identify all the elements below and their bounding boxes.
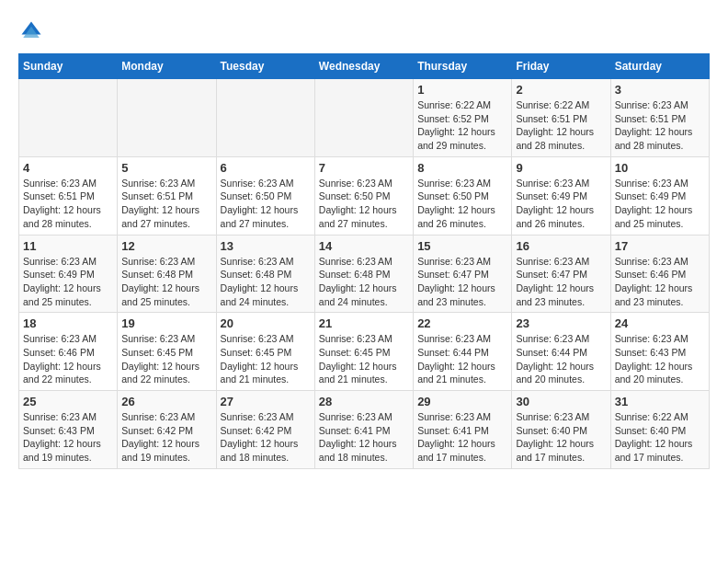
weekday-header-wednesday: Wednesday: [314, 54, 413, 79]
calendar-table: SundayMondayTuesdayWednesdayThursdayFrid…: [18, 53, 710, 469]
calendar-cell: 31Sunrise: 6:22 AM Sunset: 6:40 PM Dayli…: [610, 391, 709, 469]
calendar-cell: 26Sunrise: 6:23 AM Sunset: 6:42 PM Dayli…: [118, 391, 216, 469]
day-number: 21: [319, 316, 409, 330]
calendar-cell: 12Sunrise: 6:23 AM Sunset: 6:48 PM Dayli…: [118, 235, 216, 313]
day-number: 1: [417, 83, 507, 97]
weekday-header-thursday: Thursday: [414, 54, 512, 79]
calendar-cell: 22Sunrise: 6:23 AM Sunset: 6:44 PM Dayli…: [414, 313, 512, 391]
day-number: 8: [417, 161, 507, 175]
calendar-cell: [314, 79, 413, 157]
calendar-week-row: 18Sunrise: 6:23 AM Sunset: 6:46 PM Dayli…: [19, 313, 710, 391]
day-number: 24: [615, 316, 705, 330]
day-number: 11: [23, 239, 113, 253]
calendar-cell: 27Sunrise: 6:23 AM Sunset: 6:42 PM Dayli…: [216, 391, 314, 469]
calendar-week-row: 25Sunrise: 6:23 AM Sunset: 6:43 PM Dayli…: [19, 391, 710, 469]
day-number: 28: [319, 395, 409, 408]
day-number: 9: [516, 161, 606, 175]
day-detail: Sunrise: 6:23 AM Sunset: 6:46 PM Dayligh…: [23, 332, 113, 386]
calendar-cell: 15Sunrise: 6:23 AM Sunset: 6:47 PM Dayli…: [414, 235, 512, 313]
calendar-cell: 5Sunrise: 6:23 AM Sunset: 6:51 PM Daylig…: [118, 156, 216, 235]
day-number: 30: [516, 395, 606, 408]
day-number: 13: [221, 239, 311, 253]
logo-icon: [18, 18, 44, 44]
day-number: 20: [221, 316, 311, 330]
weekday-header-row: SundayMondayTuesdayWednesdayThursdayFrid…: [19, 54, 710, 79]
day-detail: Sunrise: 6:23 AM Sunset: 6:48 PM Dayligh…: [319, 255, 409, 309]
calendar-cell: 2Sunrise: 6:22 AM Sunset: 6:51 PM Daylig…: [512, 79, 610, 157]
day-detail: Sunrise: 6:23 AM Sunset: 6:41 PM Dayligh…: [417, 410, 507, 465]
day-number: 4: [23, 161, 113, 175]
calendar-week-row: 4Sunrise: 6:23 AM Sunset: 6:51 PM Daylig…: [19, 156, 710, 235]
calendar-cell: 29Sunrise: 6:23 AM Sunset: 6:41 PM Dayli…: [414, 391, 512, 469]
logo: [18, 18, 48, 44]
day-detail: Sunrise: 6:23 AM Sunset: 6:49 PM Dayligh…: [23, 255, 113, 309]
calendar-cell: 25Sunrise: 6:23 AM Sunset: 6:43 PM Dayli…: [19, 391, 118, 469]
day-detail: Sunrise: 6:23 AM Sunset: 6:50 PM Dayligh…: [221, 177, 311, 231]
day-detail: Sunrise: 6:23 AM Sunset: 6:50 PM Dayligh…: [319, 177, 409, 231]
day-detail: Sunrise: 6:23 AM Sunset: 6:51 PM Dayligh…: [121, 177, 211, 231]
day-detail: Sunrise: 6:23 AM Sunset: 6:44 PM Dayligh…: [417, 332, 507, 386]
day-number: 27: [221, 395, 311, 408]
day-number: 10: [615, 161, 705, 175]
day-number: 19: [121, 316, 211, 330]
day-detail: Sunrise: 6:23 AM Sunset: 6:49 PM Dayligh…: [516, 177, 606, 231]
day-number: 18: [23, 316, 113, 330]
day-detail: Sunrise: 6:23 AM Sunset: 6:42 PM Dayligh…: [121, 410, 211, 465]
calendar-cell: 6Sunrise: 6:23 AM Sunset: 6:50 PM Daylig…: [216, 156, 314, 235]
calendar-cell: 20Sunrise: 6:23 AM Sunset: 6:45 PM Dayli…: [216, 313, 314, 391]
day-number: 26: [121, 395, 211, 408]
day-detail: Sunrise: 6:23 AM Sunset: 6:42 PM Dayligh…: [221, 410, 311, 465]
calendar-cell: 18Sunrise: 6:23 AM Sunset: 6:46 PM Dayli…: [19, 313, 118, 391]
calendar-cell: 24Sunrise: 6:23 AM Sunset: 6:43 PM Dayli…: [610, 313, 709, 391]
calendar-cell: 9Sunrise: 6:23 AM Sunset: 6:49 PM Daylig…: [512, 156, 610, 235]
day-number: 2: [516, 83, 606, 97]
calendar-cell: 23Sunrise: 6:23 AM Sunset: 6:44 PM Dayli…: [512, 313, 610, 391]
day-detail: Sunrise: 6:22 AM Sunset: 6:51 PM Dayligh…: [516, 98, 606, 153]
day-detail: Sunrise: 6:23 AM Sunset: 6:43 PM Dayligh…: [23, 410, 113, 465]
calendar-week-row: 1Sunrise: 6:22 AM Sunset: 6:52 PM Daylig…: [19, 79, 710, 157]
calendar-cell: 8Sunrise: 6:23 AM Sunset: 6:50 PM Daylig…: [414, 156, 512, 235]
day-number: 17: [615, 239, 705, 253]
day-detail: Sunrise: 6:23 AM Sunset: 6:51 PM Dayligh…: [615, 98, 705, 153]
calendar-cell: 4Sunrise: 6:23 AM Sunset: 6:51 PM Daylig…: [19, 156, 118, 235]
day-detail: Sunrise: 6:23 AM Sunset: 6:47 PM Dayligh…: [516, 255, 606, 309]
calendar-body: 1Sunrise: 6:22 AM Sunset: 6:52 PM Daylig…: [19, 79, 710, 469]
day-detail: Sunrise: 6:22 AM Sunset: 6:52 PM Dayligh…: [417, 98, 507, 153]
calendar-cell: 10Sunrise: 6:23 AM Sunset: 6:49 PM Dayli…: [610, 156, 709, 235]
calendar-cell: 7Sunrise: 6:23 AM Sunset: 6:50 PM Daylig…: [314, 156, 413, 235]
calendar-cell: [216, 79, 314, 157]
day-number: 15: [417, 239, 507, 253]
calendar-cell: 11Sunrise: 6:23 AM Sunset: 6:49 PM Dayli…: [19, 235, 118, 313]
calendar-cell: 14Sunrise: 6:23 AM Sunset: 6:48 PM Dayli…: [314, 235, 413, 313]
day-detail: Sunrise: 6:23 AM Sunset: 6:45 PM Dayligh…: [319, 332, 409, 386]
day-detail: Sunrise: 6:23 AM Sunset: 6:46 PM Dayligh…: [615, 255, 705, 309]
day-detail: Sunrise: 6:23 AM Sunset: 6:47 PM Dayligh…: [417, 255, 507, 309]
calendar-cell: 21Sunrise: 6:23 AM Sunset: 6:45 PM Dayli…: [314, 313, 413, 391]
day-detail: Sunrise: 6:23 AM Sunset: 6:51 PM Dayligh…: [23, 177, 113, 231]
day-number: 5: [121, 161, 211, 175]
day-detail: Sunrise: 6:23 AM Sunset: 6:48 PM Dayligh…: [121, 255, 211, 309]
day-detail: Sunrise: 6:23 AM Sunset: 6:40 PM Dayligh…: [516, 410, 606, 465]
calendar-cell: [118, 79, 216, 157]
day-detail: Sunrise: 6:23 AM Sunset: 6:43 PM Dayligh…: [615, 332, 705, 386]
calendar-cell: 3Sunrise: 6:23 AM Sunset: 6:51 PM Daylig…: [610, 79, 709, 157]
day-number: 14: [319, 239, 409, 253]
calendar-cell: 17Sunrise: 6:23 AM Sunset: 6:46 PM Dayli…: [610, 235, 709, 313]
weekday-header-friday: Friday: [512, 54, 610, 79]
day-detail: Sunrise: 6:23 AM Sunset: 6:45 PM Dayligh…: [221, 332, 311, 386]
day-number: 31: [615, 395, 705, 408]
day-number: 22: [417, 316, 507, 330]
day-detail: Sunrise: 6:23 AM Sunset: 6:48 PM Dayligh…: [221, 255, 311, 309]
weekday-header-tuesday: Tuesday: [216, 54, 314, 79]
day-number: 29: [417, 395, 507, 408]
day-detail: Sunrise: 6:23 AM Sunset: 6:49 PM Dayligh…: [615, 177, 705, 231]
day-number: 6: [221, 161, 311, 175]
day-number: 23: [516, 316, 606, 330]
day-detail: Sunrise: 6:23 AM Sunset: 6:41 PM Dayligh…: [319, 410, 409, 465]
calendar-cell: 19Sunrise: 6:23 AM Sunset: 6:45 PM Dayli…: [118, 313, 216, 391]
day-number: 25: [23, 395, 113, 408]
day-number: 7: [319, 161, 409, 175]
weekday-header-monday: Monday: [118, 54, 216, 79]
day-detail: Sunrise: 6:23 AM Sunset: 6:50 PM Dayligh…: [417, 177, 507, 231]
calendar-cell: [19, 79, 118, 157]
